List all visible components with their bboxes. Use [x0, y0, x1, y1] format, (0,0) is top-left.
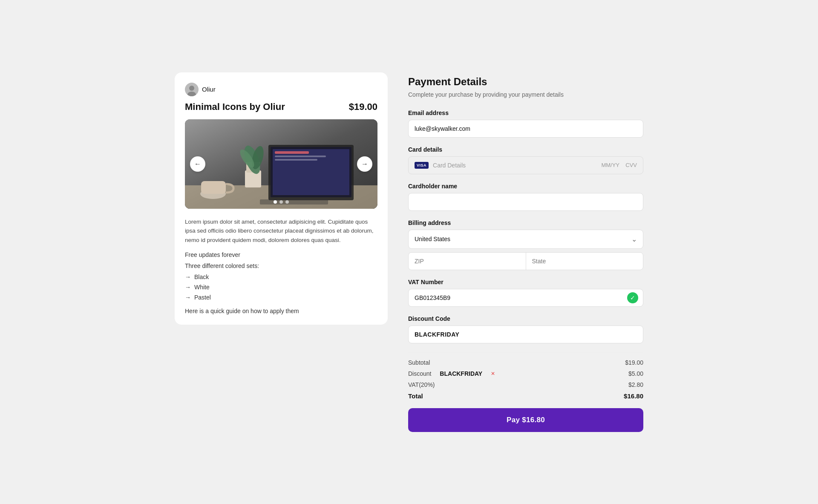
- billing-group: Billing address United States ⌄: [408, 219, 643, 270]
- subtotal-value: $19.00: [625, 359, 643, 366]
- remove-discount-button[interactable]: ✕: [491, 371, 495, 377]
- chevron-down-icon: ⌄: [631, 235, 637, 243]
- email-group: Email address: [408, 109, 643, 138]
- svg-rect-19: [260, 199, 328, 204]
- list-item: → White: [185, 284, 377, 291]
- vat-group: VAT Number ✓: [408, 279, 643, 307]
- state-input[interactable]: [526, 253, 643, 270]
- card-expiry: MM/YY CVV: [601, 162, 637, 168]
- product-image: ← →: [185, 119, 377, 209]
- billing-label: Billing address: [408, 219, 643, 226]
- svg-rect-12: [245, 170, 261, 187]
- avatar: [185, 83, 199, 96]
- arrow-icon-3: →: [185, 294, 191, 301]
- card-group: Card details VISA Card Details MM/YY CVV: [408, 146, 643, 174]
- author-name: Oliur: [202, 86, 216, 93]
- discount-row-label: Discount BLACKFRIDAY ✕: [408, 370, 495, 377]
- svg-rect-10: [275, 156, 326, 157]
- check-icon: ✓: [630, 294, 635, 301]
- author-row: Oliur: [185, 83, 377, 96]
- svg-rect-11: [275, 159, 317, 161]
- country-selector[interactable]: United States ⌄: [408, 230, 643, 249]
- vat-label: VAT Number: [408, 279, 643, 285]
- card-placeholder: Card Details: [433, 162, 597, 169]
- vat-wrapper: ✓: [408, 289, 643, 307]
- main-container: Oliur Minimal Icons by Oliur $19.00: [175, 72, 643, 432]
- card-label: Card details: [408, 146, 643, 153]
- prev-icon: ←: [194, 160, 201, 168]
- discount-group: Discount Code: [408, 315, 643, 343]
- product-list: → Black → White → Pastel: [185, 274, 377, 301]
- image-placeholder: [185, 119, 377, 209]
- cardholder-label: Cardholder name: [408, 183, 643, 190]
- email-label: Email address: [408, 109, 643, 116]
- product-panel: Oliur Minimal Icons by Oliur $19.00: [175, 72, 388, 325]
- zip-input[interactable]: [409, 253, 526, 270]
- total-row: Total $16.80: [408, 392, 643, 400]
- svg-point-1: [189, 86, 194, 91]
- list-item: → Pastel: [185, 294, 377, 301]
- product-description: Lorem ipsum dolor sit amet, consectetur …: [185, 217, 377, 245]
- subtotal-row: Subtotal $19.00: [408, 359, 643, 366]
- product-price: $19.00: [349, 101, 377, 112]
- vat-valid-icon: ✓: [627, 292, 638, 303]
- next-icon: →: [361, 160, 368, 168]
- product-title: Minimal Icons by Oliur: [185, 101, 285, 112]
- discount-row: Discount BLACKFRIDAY ✕ $5.00: [408, 370, 643, 377]
- carousel-dots: [274, 200, 289, 204]
- svg-rect-18: [201, 181, 226, 194]
- discount-code-tag: BLACKFRIDAY: [440, 370, 482, 377]
- vat-amount: $2.80: [628, 381, 643, 388]
- vat-row-label: VAT(20%): [408, 381, 435, 388]
- svg-rect-9: [275, 151, 309, 154]
- zip-state-row: [408, 252, 643, 270]
- pay-button[interactable]: Pay $16.80: [408, 408, 643, 432]
- list-header: Three different colored sets:: [185, 262, 377, 269]
- dot-1[interactable]: [274, 200, 277, 204]
- card-field[interactable]: VISA Card Details MM/YY CVV: [408, 156, 643, 174]
- arrow-icon-2: →: [185, 284, 191, 291]
- vat-row: VAT(20%) $2.80: [408, 381, 643, 388]
- total-value: $16.80: [624, 392, 643, 400]
- list-item: → Black: [185, 274, 377, 280]
- vat-input[interactable]: [408, 289, 643, 307]
- email-input[interactable]: [408, 120, 643, 138]
- dot-2[interactable]: [279, 200, 283, 204]
- list-item-label-3: Pastel: [194, 294, 211, 301]
- discount-amount: $5.00: [628, 370, 643, 377]
- discount-label: Discount Code: [408, 315, 643, 322]
- cardholder-group: Cardholder name: [408, 183, 643, 211]
- panel-subtitle: Complete your purchase by providing your…: [408, 90, 643, 99]
- carousel-prev-button[interactable]: ←: [190, 156, 205, 172]
- arrow-icon-1: →: [185, 274, 191, 280]
- product-guide: Here is a quick guide on how to apply th…: [185, 308, 377, 314]
- list-item-label-2: White: [194, 284, 210, 291]
- discount-input[interactable]: [408, 325, 643, 343]
- panel-title: Payment Details: [408, 76, 643, 88]
- cardholder-input[interactable]: [408, 193, 643, 211]
- product-feature: Free updates forever: [185, 251, 377, 258]
- summary-divider: [408, 352, 643, 352]
- visa-badge: VISA: [415, 162, 429, 169]
- product-header: Minimal Icons by Oliur $19.00: [185, 101, 377, 112]
- country-value: United States: [415, 236, 450, 242]
- list-item-label-1: Black: [194, 274, 209, 280]
- subtotal-label: Subtotal: [408, 359, 430, 366]
- payment-panel: Payment Details Complete your purchase b…: [408, 72, 643, 432]
- dot-3[interactable]: [285, 200, 289, 204]
- carousel-next-button[interactable]: →: [357, 156, 372, 172]
- total-label: Total: [408, 392, 423, 400]
